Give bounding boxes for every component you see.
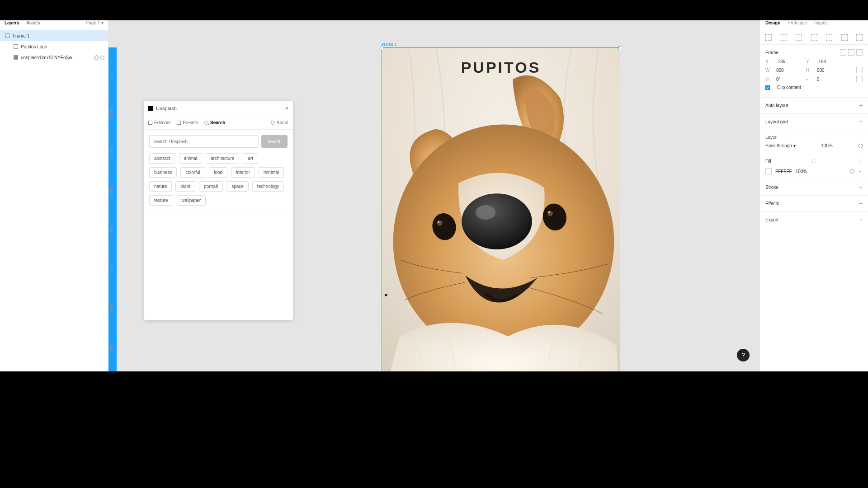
tab-presets[interactable]: Presets <box>177 120 198 125</box>
frame-mode-portrait-icon[interactable] <box>840 49 846 56</box>
left-panel-tabs: Layers Assets Page 1 ▾ <box>0 20 108 30</box>
layout-grid-label: Layout grid <box>765 119 788 124</box>
pos-y-field[interactable]: -194 <box>817 59 842 64</box>
fill-style-icon[interactable]: ∷ <box>812 158 816 164</box>
add-export-button[interactable]: + <box>859 216 863 223</box>
layer-row-unsplash-image[interactable]: unsplash:8mxS1NYFoSw <box>0 52 108 63</box>
fill-opacity-field[interactable]: 100% <box>796 169 807 174</box>
align-bottom-icon[interactable] <box>841 34 848 41</box>
page-dropdown[interactable]: Page 1 ▾ <box>86 20 104 25</box>
align-left-icon[interactable] <box>765 34 772 41</box>
frame-label: Frame <box>765 50 778 55</box>
tag-wallpaper[interactable]: wallpaper <box>177 195 206 206</box>
add-stroke-button[interactable]: + <box>859 184 863 191</box>
add-fill-button[interactable]: + <box>859 158 863 164</box>
unsplash-plugin-modal[interactable]: Unsplash × Editorial Presets Search Abou… <box>144 101 293 320</box>
tab-editorial[interactable]: Editorial <box>148 120 170 125</box>
tab-assets[interactable]: Assets <box>26 20 40 25</box>
align-hcenter-icon[interactable] <box>781 34 787 41</box>
fill-swatch[interactable] <box>765 168 772 174</box>
search-button[interactable]: Search <box>261 135 288 148</box>
resize-to-fit-icon[interactable] <box>856 49 863 56</box>
layer-opacity-field[interactable]: 100% <box>821 143 833 148</box>
svg-point-3 <box>476 205 495 220</box>
layer-label: Frame 1 <box>13 33 29 38</box>
distribute-icon[interactable] <box>856 34 863 41</box>
tag-abstract[interactable]: abstract <box>149 153 175 164</box>
tag-texture[interactable]: texture <box>149 195 173 206</box>
pos-x-field[interactable]: -135 <box>776 59 802 64</box>
info-icon <box>271 121 275 125</box>
tag-colorful[interactable]: colorful <box>180 167 205 178</box>
align-right-icon[interactable] <box>796 34 802 41</box>
tab-design[interactable]: Design <box>765 20 780 25</box>
layer-section: Layer Pass through ▾ 100% <box>760 130 868 153</box>
tag-space[interactable]: space <box>226 181 249 192</box>
export-section: Export+ <box>760 212 868 228</box>
left-panel: Layers Assets Page 1 ▾ Frame 1 Pupitos L… <box>0 20 108 371</box>
resize-handle-tr[interactable] <box>618 47 621 49</box>
square-icon <box>148 121 152 125</box>
align-top-icon[interactable] <box>811 34 817 41</box>
tab-search[interactable]: Search <box>204 120 225 125</box>
layer-title: Layer <box>765 135 863 140</box>
width-field[interactable]: 800 <box>776 68 802 73</box>
visibility-icon[interactable] <box>858 144 863 148</box>
layer-row-frame1[interactable]: Frame 1 <box>0 30 108 41</box>
visibility-icon[interactable] <box>100 56 104 60</box>
search-icon <box>204 121 208 125</box>
align-vcenter-icon[interactable] <box>826 34 832 41</box>
modal-body: Search abstractanimalarchitectureartbusi… <box>144 130 293 218</box>
fill-title: Fill <box>765 159 771 164</box>
corner-radius-field[interactable]: 0 <box>817 77 842 82</box>
effects-section: Effects+ <box>760 196 868 212</box>
svg-point-2 <box>462 193 532 249</box>
frame-mode-landscape-icon[interactable] <box>848 49 854 56</box>
remove-fill-button[interactable]: − <box>858 169 863 174</box>
auto-layout-section: Auto layout+ <box>760 98 868 114</box>
close-icon[interactable]: × <box>285 105 288 112</box>
clip-content-label: Clip content <box>777 85 801 90</box>
modal-header[interactable]: Unsplash × <box>144 101 293 116</box>
unsplash-logo-icon <box>148 106 153 111</box>
export-label: Export <box>765 217 778 222</box>
rotation-field[interactable]: 0° <box>776 77 802 82</box>
constrain-proportions-icon[interactable] <box>856 67 863 73</box>
resize-handle-tl[interactable] <box>381 47 383 49</box>
tag-interior[interactable]: interior <box>231 167 255 178</box>
ruler-vertical: 800 0 100 200 300 400 500 600 700 <box>108 20 117 371</box>
tab-prototype[interactable]: Prototype <box>788 20 807 25</box>
tag-architecture[interactable]: architecture <box>206 153 239 164</box>
add-layout-grid-button[interactable]: + <box>859 118 863 125</box>
tab-layers[interactable]: Layers <box>5 20 19 25</box>
fill-hex-field[interactable]: FFFFFF <box>775 169 792 174</box>
tag-business[interactable]: business <box>149 167 177 178</box>
clip-content-checkbox[interactable] <box>765 85 770 90</box>
modal-title: Unsplash <box>156 106 177 111</box>
tag-food[interactable]: food <box>209 167 227 178</box>
height-field[interactable]: 900 <box>817 68 842 73</box>
fill-visibility-icon[interactable] <box>850 169 854 174</box>
tag-nature[interactable]: nature <box>149 181 172 192</box>
right-panel-tabs: Design Prototype Inspect <box>760 20 868 30</box>
selected-frame[interactable]: PUPITOS 800 × 900 <box>382 47 620 371</box>
frame-title-label[interactable]: Frame 1 <box>382 42 397 47</box>
modal-tabs: Editorial Presets Search About <box>144 116 293 130</box>
tag-art[interactable]: art <box>243 153 258 164</box>
layer-row-pupitos-logo[interactable]: Pupitos Logo <box>0 41 108 52</box>
link-icon[interactable] <box>94 55 99 61</box>
tab-about[interactable]: About <box>271 120 288 125</box>
help-button[interactable]: ? <box>737 349 750 361</box>
add-auto-layout-button[interactable]: + <box>859 102 863 109</box>
tag-plant[interactable]: plant <box>175 181 195 192</box>
tab-inspect[interactable]: Inspect <box>814 20 829 25</box>
canvas[interactable]: 800 0 100 200 300 400 500 600 700 Frame … <box>108 20 760 371</box>
independent-corners-icon[interactable] <box>856 76 863 82</box>
search-input[interactable] <box>149 135 259 148</box>
tag-technology[interactable]: technology <box>252 181 284 192</box>
tag-animal[interactable]: animal <box>179 153 202 164</box>
add-effect-button[interactable]: + <box>859 200 863 207</box>
tag-portrait[interactable]: portrait <box>199 181 223 192</box>
tag-minimal[interactable]: minimal <box>259 167 284 178</box>
blend-mode-dropdown[interactable]: Pass through ▾ <box>765 143 796 148</box>
